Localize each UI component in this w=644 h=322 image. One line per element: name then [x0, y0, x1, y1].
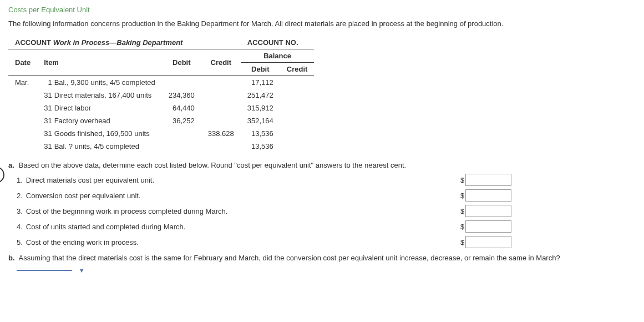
cell-day: 31 — [37, 140, 54, 153]
table-row: 31Direct materials, 167,400 units234,360… — [8, 89, 314, 102]
cell-balance-credit — [280, 102, 315, 114]
currency-symbol: $ — [460, 238, 464, 246]
col-balance-credit: Credit — [280, 63, 315, 76]
cell-balance-debit: 352,164 — [241, 114, 280, 127]
cell-item: Direct labor — [54, 102, 162, 114]
cell-month — [8, 114, 37, 127]
table-row: 31Bal. ? units, 4/5 completed13,536 — [8, 140, 314, 153]
sub-question-label: 2.Conversion cost per equivalent unit. — [8, 192, 460, 200]
cell-balance-credit — [280, 114, 315, 127]
intro-text: The following information concerns produ… — [8, 19, 636, 28]
cell-balance-debit: 17,112 — [241, 76, 280, 89]
currency-symbol: $ — [460, 207, 464, 215]
sub-question-label: 3.Cost of the beginning work in process … — [8, 207, 460, 215]
cell-debit: 36,252 — [162, 114, 201, 127]
answer-input[interactable] — [465, 174, 511, 186]
cell-day: 1 — [37, 76, 54, 89]
cell-debit: 64,440 — [162, 102, 201, 114]
sub-question-label: 4.Cost of units started and completed du… — [8, 223, 460, 231]
col-balance: Balance — [241, 49, 315, 63]
cell-credit — [201, 89, 241, 102]
dropdown-line — [17, 270, 72, 271]
question-b: b. Assuming that the direct materials co… — [8, 254, 636, 262]
page-title: Costs per Equivalent Unit — [8, 6, 636, 14]
cell-credit — [201, 140, 241, 153]
cell-month — [8, 140, 37, 153]
sub-question-row: 4.Cost of units started and completed du… — [8, 220, 636, 233]
cell-month — [8, 127, 37, 140]
cell-balance-credit — [280, 76, 315, 89]
cell-credit — [201, 76, 241, 89]
cell-credit — [201, 102, 241, 114]
ledger-table: ACCOUNT Work in Process—Baking Departmen… — [8, 36, 314, 153]
currency-symbol: $ — [460, 223, 464, 231]
cell-balance-debit: 13,536 — [241, 127, 280, 140]
cell-month — [8, 89, 37, 102]
table-row: 31Goods finished, 169,500 units338,62813… — [8, 127, 314, 140]
cell-debit — [162, 127, 201, 140]
cell-item: Goods finished, 169,500 units — [54, 127, 162, 140]
cell-item: Bal., 9,300 units, 4/5 completed — [54, 76, 162, 89]
cell-balance-credit — [280, 140, 315, 153]
cell-month — [8, 102, 37, 114]
currency-symbol: $ — [460, 192, 464, 200]
sub-question-row: 5.Cost of the ending work in process.$ — [8, 236, 636, 248]
account-no-label: ACCOUNT NO. — [247, 38, 298, 47]
sub-question-row: 1.Direct materials cost per equivalent u… — [8, 174, 636, 186]
cell-item: Direct materials, 167,400 units — [54, 89, 162, 102]
dropdown-answer[interactable]: ▼ — [17, 265, 85, 274]
cell-credit — [201, 114, 241, 127]
cell-balance-credit — [280, 89, 315, 102]
question-b-bullet: b. — [8, 254, 15, 262]
cell-day: 31 — [37, 102, 54, 114]
cell-balance-debit: 13,536 — [241, 140, 280, 153]
table-row: 31Direct labor64,440315,912 — [8, 102, 314, 114]
sub-question-row: 2.Conversion cost per equivalent unit.$ — [8, 189, 636, 202]
cell-day: 31 — [37, 114, 54, 127]
sub-question-row: 3.Cost of the beginning work in process … — [8, 205, 636, 217]
cell-item: Bal. ? units, 4/5 completed — [54, 140, 162, 153]
col-date: Date — [8, 49, 37, 76]
answer-input[interactable] — [465, 236, 511, 248]
question-a: a. Based on the above data, determine ea… — [8, 161, 636, 169]
col-debit: Debit — [162, 49, 201, 76]
cell-debit — [162, 76, 201, 89]
table-row: Mar.1Bal., 9,300 units, 4/5 completed17,… — [8, 76, 314, 89]
currency-symbol: $ — [460, 176, 464, 184]
cell-credit: 338,628 — [201, 127, 241, 140]
question-a-bullet: a. — [8, 161, 14, 169]
account-label: ACCOUNT — [15, 38, 51, 47]
answer-input[interactable] — [465, 189, 511, 202]
answer-input[interactable] — [465, 220, 511, 233]
question-b-text: Assuming that the direct materials cost … — [18, 254, 560, 262]
cell-debit: 234,360 — [162, 89, 201, 102]
side-arc-marker — [0, 167, 4, 183]
question-a-text: Based on the above data, determine each … — [18, 161, 406, 169]
cell-item: Factory overhead — [54, 114, 162, 127]
cell-day: 31 — [37, 89, 54, 102]
col-balance-debit: Debit — [241, 63, 280, 76]
table-row: 31Factory overhead36,252352,164 — [8, 114, 314, 127]
cell-month: Mar. — [8, 76, 37, 89]
col-credit: Credit — [201, 49, 241, 76]
cell-debit — [162, 140, 201, 153]
col-item: Item — [37, 49, 162, 76]
chevron-down-icon: ▼ — [79, 267, 85, 274]
cell-balance-debit: 315,912 — [241, 102, 280, 114]
sub-question-label: 5.Cost of the ending work in process. — [8, 238, 460, 246]
cell-day: 31 — [37, 127, 54, 140]
answer-input[interactable] — [465, 205, 511, 217]
cell-balance-debit: 251,472 — [241, 89, 280, 102]
cell-balance-credit — [280, 127, 315, 140]
sub-question-label: 1.Direct materials cost per equivalent u… — [8, 176, 460, 184]
account-name: Work in Process—Baking Department — [53, 38, 183, 47]
